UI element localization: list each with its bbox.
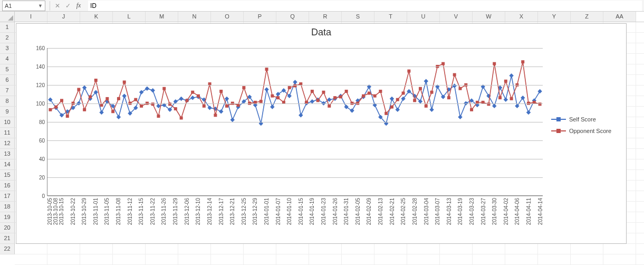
svg-rect-106 (157, 115, 160, 118)
svg-rect-78 (492, 104, 496, 108)
col-header[interactable]: L (113, 12, 146, 22)
row-header[interactable]: 6 (0, 75, 15, 86)
separator (50, 1, 50, 11)
svg-rect-144 (373, 94, 377, 98)
col-header[interactable]: M (146, 12, 178, 22)
row-header[interactable]: 1 (0, 22, 15, 33)
svg-rect-31 (225, 97, 229, 101)
svg-rect-139 (345, 90, 348, 93)
svg-rect-6 (82, 86, 86, 90)
y-axis-tick-label: 0 (32, 193, 45, 199)
svg-rect-125 (265, 68, 268, 71)
row-header[interactable]: 13 (0, 149, 15, 159)
row-header[interactable]: 3 (0, 43, 15, 54)
row-header[interactable]: 9 (0, 107, 15, 117)
col-header[interactable]: R (309, 12, 342, 22)
x-axis-tick-label: 2013-11-05 (104, 198, 110, 225)
legend-item-self-score[interactable]: Self Score (551, 113, 620, 125)
y-axis-tick-label: 60 (32, 138, 45, 144)
svg-rect-116 (214, 113, 217, 117)
row-header[interactable]: 21 (0, 233, 15, 244)
row-header[interactable]: 20 (0, 223, 15, 233)
svg-rect-134 (316, 99, 320, 102)
col-header[interactable]: Y (538, 12, 571, 22)
x-axis-tick-label: 2014-02-05 (354, 198, 360, 225)
x-axis-tick-label: 2014-04-02 (503, 198, 508, 225)
formula-input[interactable] (88, 1, 642, 11)
x-axis-tick-label: 2014-02-13 (378, 198, 383, 225)
y-axis-tick-label: 100 (32, 101, 45, 107)
col-header[interactable]: S (342, 12, 374, 22)
worksheet[interactable]: IJKLMNOPQRSTUVWXYZAA 1234567891011121314… (0, 12, 644, 265)
row-header[interactable]: 5 (0, 64, 15, 75)
chart-title[interactable]: Data (16, 27, 626, 40)
row-header[interactable]: 12 (0, 138, 15, 149)
row-header[interactable]: 14 (0, 159, 15, 170)
svg-rect-167 (504, 80, 507, 83)
row-header[interactable]: 10 (0, 117, 15, 128)
row-header[interactable]: 15 (0, 170, 15, 181)
plot-area[interactable]: 0204060801001201401602013-10-052013-10-0… (31, 48, 543, 205)
name-box-dropdown-icon[interactable]: ▼ (38, 3, 43, 8)
svg-rect-142 (362, 94, 365, 98)
x-axis-tick-label: 2014-03-13 (446, 198, 451, 225)
col-header[interactable]: AA (603, 12, 636, 22)
formula-bar: A1 ▼ ✕ ✓ fx (0, 0, 644, 12)
enter-icon[interactable]: ✓ (63, 1, 73, 11)
row-header[interactable]: 18 (0, 202, 15, 212)
legend-item-opponent-score[interactable]: Opponent Score (551, 125, 620, 137)
col-header[interactable]: U (407, 12, 440, 22)
row-header[interactable]: 19 (0, 212, 15, 223)
svg-rect-49 (327, 97, 331, 101)
svg-rect-98 (111, 110, 114, 113)
fx-icon[interactable]: fx (73, 1, 84, 11)
row-header[interactable]: 17 (0, 191, 15, 202)
col-header[interactable]: J (47, 12, 80, 22)
svg-rect-18 (150, 88, 155, 92)
row-header[interactable]: 11 (0, 128, 15, 138)
select-all-corner[interactable] (0, 12, 15, 22)
row-header[interactable]: 2 (0, 33, 15, 43)
svg-rect-32 (230, 118, 235, 122)
cancel-icon[interactable]: ✕ (52, 1, 63, 11)
svg-rect-97 (105, 97, 109, 100)
col-header[interactable]: Z (571, 12, 603, 22)
svg-rect-96 (100, 103, 103, 107)
x-axis-tick-label: 2014-01-23 (321, 198, 326, 225)
svg-rect-80 (504, 97, 508, 101)
x-axis-tick-label: 2014-03-23 (468, 198, 474, 225)
x-axis-tick-label: 2014-02-21 (389, 198, 395, 225)
col-header[interactable]: N (178, 12, 211, 22)
row-header[interactable]: 8 (0, 96, 15, 107)
x-axis-tick-label: 2013-11-12 (127, 198, 132, 225)
row-header[interactable]: 7 (0, 86, 15, 96)
x-axis-tick-label: 2014-01-15 (297, 198, 303, 225)
legend-label: Self Score (569, 116, 596, 122)
row-header[interactable]: 16 (0, 181, 15, 191)
col-header[interactable]: O (211, 12, 244, 22)
x-axis-tick-label: 2013-12-06 (184, 198, 189, 225)
row-header[interactable]: 22 (0, 244, 15, 254)
fx-label: fx (76, 2, 81, 10)
row-header[interactable]: 4 (0, 54, 15, 64)
svg-rect-135 (322, 91, 325, 94)
col-header[interactable]: K (80, 12, 113, 22)
svg-rect-66 (424, 79, 428, 83)
chart-legend[interactable]: Self Score Opponent Score (551, 113, 620, 137)
x-axis-tick-label: 2013-12-25 (241, 198, 246, 225)
svg-rect-127 (276, 96, 280, 99)
col-header[interactable]: T (374, 12, 407, 22)
col-header[interactable]: V (440, 12, 473, 22)
x-axis-tick-label: 2013-10-15 (59, 198, 64, 225)
col-header[interactable]: I (15, 12, 47, 22)
col-header[interactable]: P (244, 12, 276, 22)
col-header[interactable]: X (505, 12, 538, 22)
svg-rect-161 (470, 108, 473, 111)
svg-rect-118 (225, 105, 228, 108)
name-box[interactable]: A1 ▼ (2, 1, 45, 11)
col-header[interactable]: W (473, 12, 505, 22)
svg-rect-53 (350, 108, 354, 112)
embedded-chart[interactable]: Data 0204060801001201401602013-10-052013… (16, 23, 627, 244)
svg-rect-89 (60, 99, 63, 102)
col-header[interactable]: Q (276, 12, 309, 22)
